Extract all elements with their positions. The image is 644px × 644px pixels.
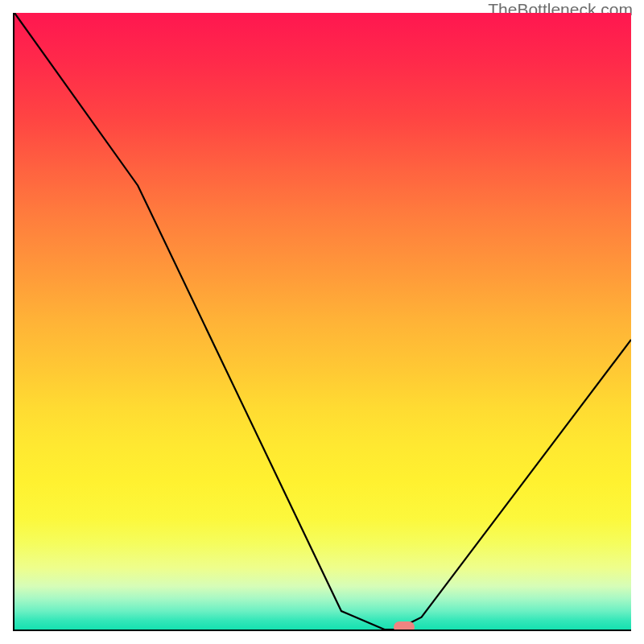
optimum-marker	[394, 621, 415, 631]
plot-area	[13, 13, 631, 631]
curve-path	[14, 13, 631, 630]
bottleneck-curve	[14, 13, 631, 630]
chart-container: TheBottleneck.com	[0, 0, 644, 644]
